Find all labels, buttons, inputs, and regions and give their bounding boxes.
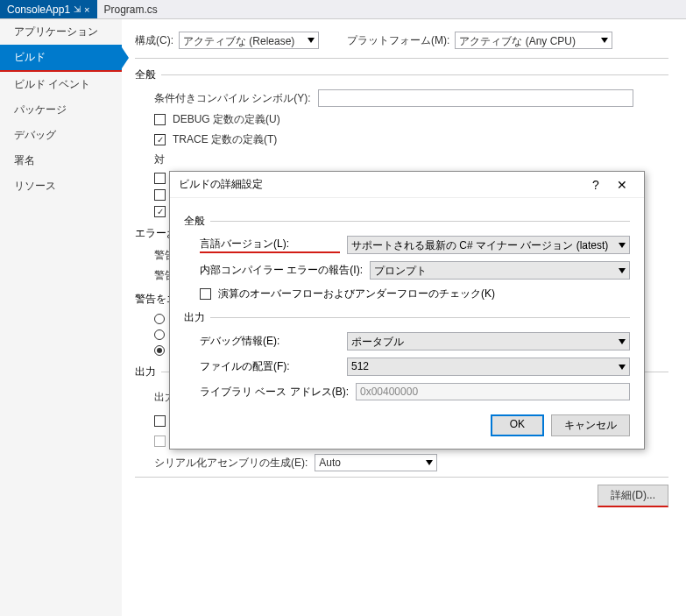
checkbox-hidden3[interactable]: ✓ [154,206,166,217]
advanced-build-dialog: ビルドの詳細設定 ? ✕ 全般 言語バージョン(L): サポートされる最新の C… [169,171,645,450]
cond-symbols-input[interactable] [318,89,633,107]
dialog-title: ビルドの詳細設定 [179,177,583,192]
trace-const-checkbox[interactable]: ✓ [154,134,166,145]
lang-version-label: 言語バージョン(L): [200,237,340,253]
sidebar-item-application[interactable]: アプリケーション [0,19,122,45]
lib-base-input[interactable]: 0x00400000 [356,383,630,400]
close-icon[interactable]: ✕ [609,178,635,192]
pin-icon[interactable]: ⇲ [74,4,81,14]
debug-info-label: デバッグ情報(E): [200,334,340,349]
overflow-label: 演算のオーバーフローおよびアンダーフローのチェック(K) [218,287,495,301]
tab-label: Program.cs [104,4,158,16]
platform-label: プラットフォーム(M): [347,33,449,48]
sidebar-item-build[interactable]: ビルド [0,45,122,72]
tab-label: ConsoleApp1 [7,4,70,16]
radio-specific[interactable] [154,329,165,340]
compiler-err-label: 内部コンパイラー エラーの報告(I): [200,263,363,278]
compiler-err-dropdown[interactable]: プロンプト [370,261,630,280]
overflow-checkbox[interactable]: ✓ [200,288,211,300]
cond-symbols-label: 条件付きコンパイル シンボル(Y): [154,91,311,106]
debug-const-label: DEBUG 定数の定義(U) [173,112,280,127]
radio-none[interactable] [154,314,165,324]
lib-base-label: ライブラリ ベース アドレス(B): [200,385,349,400]
xml-doc-checkbox[interactable]: ✓ [154,415,166,427]
lang-version-dropdown[interactable]: サポートされる最新の C# マイナー バージョン (latest) [347,236,630,254]
cancel-button[interactable]: キャンセル [551,414,630,436]
close-icon[interactable]: × [84,4,89,15]
sidebar-item-resources[interactable]: リソース [0,173,122,199]
radio-all[interactable] [154,345,165,356]
debug-const-checkbox[interactable]: ✓ [154,114,166,125]
dialog-section-output: 出力 [184,310,205,325]
config-dropdown[interactable]: アクティブな (Release) [179,32,319,49]
sidebar-item-package[interactable]: パッケージ [0,97,122,123]
sidebar-item-debug[interactable]: デバッグ [0,123,122,148]
sidebar-item-build-events[interactable]: ビルド イベント [0,72,122,97]
ok-button[interactable]: OK [491,414,544,436]
help-icon[interactable]: ? [583,178,609,192]
editor-tabs: ConsoleApp1 ⇲ × Program.cs [0,0,686,19]
properties-sidebar: アプリケーション ビルド ビルド イベント パッケージ デバッグ 署名 リソース [0,19,123,616]
sidebar-item-signing[interactable]: 署名 [0,148,122,173]
config-label: 構成(C): [135,33,173,48]
trace-const-label: TRACE 定数の定義(T) [173,132,277,147]
tab-active[interactable]: ConsoleApp1 ⇲ × [0,0,97,18]
debug-info-dropdown[interactable]: ポータブル [347,332,630,350]
target-label: 対 [154,152,294,167]
tab-inactive[interactable]: Program.cs [97,0,165,18]
section-output: 出力 [135,365,156,379]
checkbox-hidden1[interactable]: ✓ [154,173,166,184]
serialize-dropdown[interactable]: Auto [315,454,437,471]
com-interop-checkbox: ✓ [154,435,166,447]
checkbox-hidden2[interactable]: ✓ [154,189,166,201]
file-align-dropdown[interactable]: 512 [347,358,630,376]
file-align-label: ファイルの配置(F): [200,359,340,374]
section-general: 全般 [135,67,156,82]
serialize-label: シリアル化アセンブリの生成(E): [154,456,308,471]
advanced-button[interactable]: 詳細(D)... [598,485,668,507]
platform-dropdown[interactable]: アクティブな (Any CPU) [455,32,612,49]
dialog-section-general: 全般 [184,214,205,229]
